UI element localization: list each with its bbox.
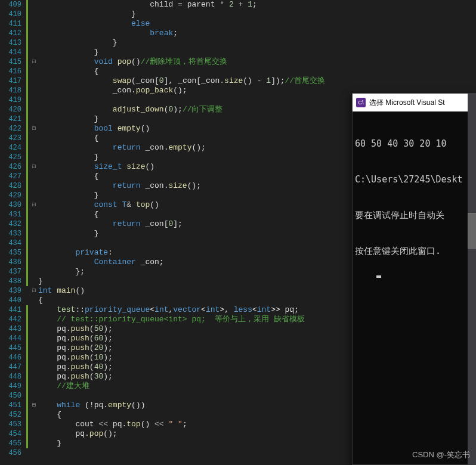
fold-spacer <box>30 391 38 401</box>
line-number: 417 <box>0 76 21 86</box>
fold-spacer <box>30 210 38 219</box>
fold-spacer <box>30 181 38 191</box>
console-line: 按任意键关闭此窗口. <box>355 245 474 257</box>
fold-column[interactable]: ⊟⊟⊟⊟⊟⊟ <box>30 0 38 465</box>
fold-toggle-icon[interactable]: ⊟ <box>30 200 38 210</box>
fold-spacer <box>30 343 38 353</box>
line-number: 442 <box>0 315 21 324</box>
fold-toggle-icon[interactable]: ⊟ <box>30 162 38 172</box>
change-marker <box>26 172 28 181</box>
fold-spacer <box>30 382 38 391</box>
console-scrollbar[interactable] <box>468 94 476 464</box>
change-marker <box>26 286 28 296</box>
fold-spacer <box>30 334 38 343</box>
change-marker <box>26 57 28 67</box>
fold-toggle-icon[interactable]: ⊟ <box>30 124 38 134</box>
line-number: 445 <box>0 343 21 353</box>
console-titlebar[interactable]: C\ 选择 Microsoft Visual St <box>353 94 476 111</box>
change-marker <box>26 105 28 114</box>
line-number: 449 <box>0 382 21 391</box>
fold-spacer <box>30 143 38 153</box>
scrollbar-thumb[interactable] <box>468 213 476 249</box>
change-marker <box>26 210 28 219</box>
change-marker <box>26 382 28 391</box>
line-number-gutter: 4094104114124134144154164174184194204214… <box>0 0 25 465</box>
fold-spacer <box>30 172 38 181</box>
console-window[interactable]: C\ 选择 Microsoft Visual St 60 50 40 30 20… <box>352 93 476 465</box>
change-marker <box>26 191 28 200</box>
change-marker <box>26 296 28 305</box>
change-marker <box>26 29 28 38</box>
change-marker <box>26 38 28 48</box>
line-number: 425 <box>0 153 21 162</box>
change-marker <box>26 267 28 277</box>
change-marker <box>26 76 28 86</box>
change-marker <box>26 219 28 229</box>
fold-spacer <box>30 296 38 305</box>
fold-spacer <box>30 267 38 277</box>
line-number: 440 <box>0 296 21 305</box>
fold-toggle-icon[interactable]: ⊟ <box>30 57 38 67</box>
console-output[interactable]: 60 50 40 30 20 10 C:\Users\27245\Deskt 要… <box>353 111 476 295</box>
line-number: 451 <box>0 401 21 410</box>
code-line[interactable]: } <box>38 48 476 57</box>
change-marker <box>26 153 28 162</box>
fold-spacer <box>30 305 38 315</box>
fold-spacer <box>30 315 38 324</box>
line-number: 448 <box>0 372 21 382</box>
line-number: 446 <box>0 353 21 362</box>
line-number: 412 <box>0 29 21 38</box>
code-line[interactable]: void pop()//删除堆顶，将首尾交换 <box>38 57 476 67</box>
line-number: 436 <box>0 258 21 267</box>
line-number: 418 <box>0 86 21 95</box>
watermark: CSDN @-笑忘书 <box>412 450 470 460</box>
code-line[interactable]: } <box>38 38 476 48</box>
line-number: 411 <box>0 19 21 29</box>
code-line[interactable]: swap(_con[0], _con[_con.size() - 1]);//首… <box>38 76 476 86</box>
change-marker <box>26 448 28 458</box>
line-number: 423 <box>0 134 21 143</box>
change-marker <box>26 277 28 286</box>
change-marker <box>26 305 28 315</box>
line-number: 443 <box>0 324 21 334</box>
line-number: 453 <box>0 420 21 429</box>
fold-spacer <box>30 362 38 372</box>
fold-spacer <box>30 410 38 420</box>
change-marker <box>26 334 28 343</box>
line-number: 441 <box>0 305 21 315</box>
fold-toggle-icon[interactable]: ⊟ <box>30 286 38 296</box>
code-line[interactable]: else <box>38 19 476 29</box>
change-marker <box>26 343 28 353</box>
change-marker <box>26 248 28 258</box>
console-title-text: 选择 Microsoft Visual St <box>369 98 444 108</box>
change-marker <box>26 429 28 439</box>
code-line[interactable]: { <box>38 67 476 76</box>
fold-spacer <box>30 229 38 238</box>
line-number: 416 <box>0 67 21 76</box>
fold-spacer <box>30 134 38 143</box>
fold-spacer <box>30 114 38 124</box>
line-number: 421 <box>0 114 21 124</box>
fold-spacer <box>30 191 38 200</box>
line-number: 456 <box>0 448 21 458</box>
code-line[interactable]: break; <box>38 29 476 38</box>
line-number: 420 <box>0 105 21 114</box>
fold-toggle-icon[interactable]: ⊟ <box>30 401 38 410</box>
change-marker <box>26 10 28 19</box>
fold-spacer <box>30 219 38 229</box>
code-line[interactable]: child = parent * 2 + 1; <box>38 0 476 10</box>
change-marker <box>26 162 28 172</box>
change-marker <box>26 420 28 429</box>
change-marker <box>26 124 28 134</box>
fold-spacer <box>30 429 38 439</box>
code-line[interactable]: } <box>38 10 476 19</box>
fold-spacer <box>30 48 38 57</box>
line-number: 414 <box>0 48 21 57</box>
change-marker <box>26 114 28 124</box>
line-number: 419 <box>0 95 21 105</box>
change-marker <box>26 258 28 267</box>
line-number: 422 <box>0 124 21 134</box>
change-marker <box>26 362 28 372</box>
change-marker <box>26 200 28 210</box>
fold-spacer <box>30 10 38 19</box>
